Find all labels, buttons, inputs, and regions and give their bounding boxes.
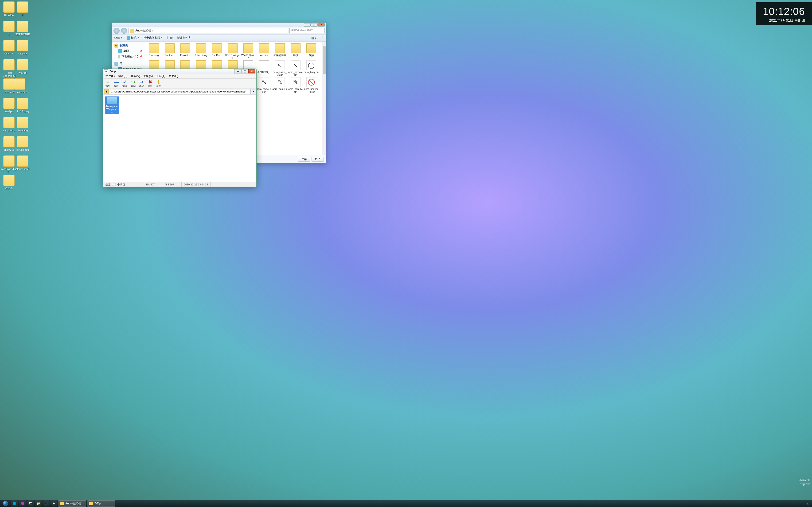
desktop-icon[interactable]: winmine.exe	[11, 78, 29, 94]
pinned-app[interactable]: 🗔	[27, 500, 34, 507]
back-button[interactable]	[113, 28, 119, 34]
file-item[interactable]: ↖aero_arrow.cur	[288, 60, 303, 76]
desktop-icon[interactable]: 收文件	[0, 175, 18, 190]
menu-item[interactable]: 工具(T)	[155, 74, 166, 78]
minimize-button[interactable]: –	[304, 23, 311, 26]
desktop-icon[interactable]: E	[14, 1, 32, 17]
file-item[interactable]: Favorites	[178, 44, 193, 59]
desktop-icon[interactable]: Branding	[14, 117, 32, 132]
file-item[interactable]: ✎aero_pen_l.cur	[288, 77, 303, 93]
menu-item[interactable]: 书签(A)	[142, 74, 154, 78]
organize-button[interactable]: 组织▼	[114, 36, 123, 40]
cancel-button[interactable]: 取消	[312, 157, 324, 162]
view-options-button[interactable]: ▦ ▾	[311, 36, 316, 40]
archive-file-selected[interactable]: TransparentWallpaper.j ↖	[105, 97, 119, 114]
file-item[interactable]: OneDrive	[209, 44, 224, 59]
file-item[interactable]: ◯aero_busy.ani	[304, 60, 319, 76]
system-tray[interactable]: ▲	[807, 502, 811, 505]
menu-item[interactable]: 编辑(E)	[116, 74, 129, 78]
file-item[interactable]: 20210209_...	[257, 60, 271, 76]
pin-icon[interactable]: 📌	[140, 55, 142, 58]
desktop-icon[interactable]: Display	[14, 40, 32, 55]
address-text: Andy-台式机	[135, 29, 151, 33]
newfolder-button[interactable]: 新建文件夹	[177, 36, 191, 40]
desktop-icon[interactable]: clouds.mp3	[14, 155, 32, 171]
folder-icon	[3, 59, 14, 70]
pin-icon[interactable]: 📌	[140, 50, 142, 52]
maximize-button[interactable]: ▢	[241, 69, 248, 73]
file-icon: ◯	[306, 60, 316, 70]
desktop-icon[interactable]: ？？？.png	[14, 98, 32, 113]
menu-item[interactable]: 查看(V)	[129, 74, 142, 78]
toolbar-button-添加[interactable]: ＋添加	[105, 79, 111, 88]
toolbar: ＋添加—提取✓测试↪复制➔移动✖删除ℹ信息	[103, 78, 256, 89]
folder-icon	[3, 117, 14, 128]
maximize-button[interactable]: ▢	[311, 23, 318, 26]
pinned-app[interactable]: 🗂	[43, 500, 50, 507]
save-button[interactable]: 保存	[298, 157, 310, 162]
file-item[interactable]: 🚫aero_unavail_xl.cur	[304, 77, 319, 93]
toolbar-button-测试[interactable]: ✓测试	[121, 79, 128, 88]
file-item[interactable]: 链接	[288, 44, 303, 59]
file-item[interactable]: ⤡aero_nwse_l.cur	[257, 77, 271, 93]
sidebar-localdisk[interactable]: 本地磁盘 (D:)📌	[113, 54, 144, 59]
sidebar-desktop[interactable]: 桌面📌	[113, 48, 144, 54]
menu-item[interactable]: 帮助(H)	[167, 74, 180, 78]
toolbar-button-复制[interactable]: ↪复制	[130, 79, 137, 88]
file-item[interactable]: Win10 Widgets	[225, 44, 240, 59]
taskbar-task[interactable]: Andy-台式机	[58, 500, 86, 507]
taskbar-task[interactable]: 7-Zip	[87, 500, 115, 507]
file-item[interactable]: 保存的游戏	[272, 44, 287, 59]
up-button[interactable]: ⬆	[104, 89, 109, 94]
scrollbar-thumb[interactable]	[323, 46, 326, 74]
preview-button[interactable]: 预览▼	[127, 36, 139, 40]
path-dropdown[interactable]: ▼	[252, 89, 255, 94]
file-item[interactable]: Contacts	[162, 44, 177, 59]
status-selection: 选定 1 / 1 个项目	[103, 182, 143, 186]
file-item[interactable]: 视频	[304, 44, 319, 59]
toolbar-button-移动[interactable]: ➔移动	[138, 79, 145, 88]
help-button[interactable]: ❔	[320, 36, 324, 40]
pinned-app[interactable]: 🌐	[11, 500, 18, 507]
file-item[interactable]: fotiaoqiang	[194, 44, 208, 59]
toolbar-button-信息[interactable]: ℹ信息	[155, 79, 162, 88]
status-size2: 484 607	[162, 182, 182, 186]
pinned-app[interactable]: 📁	[35, 500, 42, 507]
file-area[interactable]: TransparentWallpaper.j ↖	[103, 95, 256, 182]
file-item[interactable]: ↖aero_arrow_xl.cur	[272, 60, 287, 76]
file-item[interactable]: Win10仿Win7	[241, 44, 256, 59]
toolbar-label: 添加	[105, 84, 111, 88]
pinned-app[interactable]: 🟣	[19, 500, 26, 507]
close-button[interactable]: ✕	[248, 69, 255, 73]
desktop-icon[interactable]: SOFTWARE	[14, 21, 32, 36]
folder-icon	[149, 44, 159, 53]
tray-icon[interactable]: ▲	[807, 502, 809, 505]
forward-button[interactable]	[121, 28, 127, 34]
search-input[interactable]: 搜索"Andy-台式机"	[290, 28, 325, 33]
close-button[interactable]: ✕	[318, 23, 325, 26]
address-bar[interactable]: Andy-台式机 ▸	[129, 28, 288, 33]
desktop-icon[interactable]: clouds.mid	[14, 136, 32, 151]
file-item[interactable]: ✎aero_pen.cur	[272, 77, 287, 93]
menu-item[interactable]: 文件(F)	[104, 74, 116, 78]
pinned-app[interactable]: ⏺	[51, 500, 57, 507]
minimize-button[interactable]: —	[234, 69, 241, 73]
sidebar-favorites[interactable]: ★收藏夹	[113, 43, 144, 48]
start-button[interactable]	[1, 500, 10, 507]
toolbar-button-删除[interactable]: ✖删除	[147, 79, 153, 88]
sevenzip-window[interactable]: 7z 7-Zip — ▢ ✕ 文件(F)编辑(E)查看(V)书签(A)工具(T)…	[103, 68, 257, 187]
access-button[interactable]: 授予访问权限▼	[143, 36, 163, 40]
scrollbar[interactable]	[322, 42, 326, 155]
file-name: Contacts	[162, 54, 177, 57]
file-name: Win10仿Win7	[241, 54, 256, 59]
desktop-icon[interactable]: we.reg	[14, 59, 32, 74]
taskbar[interactable]: 🌐🟣🗔📁🗂⏺Andy-台式机7-Zip ▲	[0, 500, 812, 507]
toolbar-button-提取[interactable]: —提取	[113, 79, 119, 88]
file-item[interactable]: Branding	[146, 44, 161, 59]
sevenzip-titlebar[interactable]: 7z 7-Zip — ▢ ✕	[103, 69, 256, 74]
file-item[interactable]: xueersi	[257, 44, 271, 59]
sidebar-library[interactable]: 库	[113, 61, 144, 66]
print-button[interactable]: 打印	[167, 36, 173, 40]
path-input[interactable]: C:\Users\Administrator\Desktop\install.w…	[110, 89, 251, 94]
explorer-titlebar[interactable]: – ▢ ✕	[112, 23, 326, 27]
